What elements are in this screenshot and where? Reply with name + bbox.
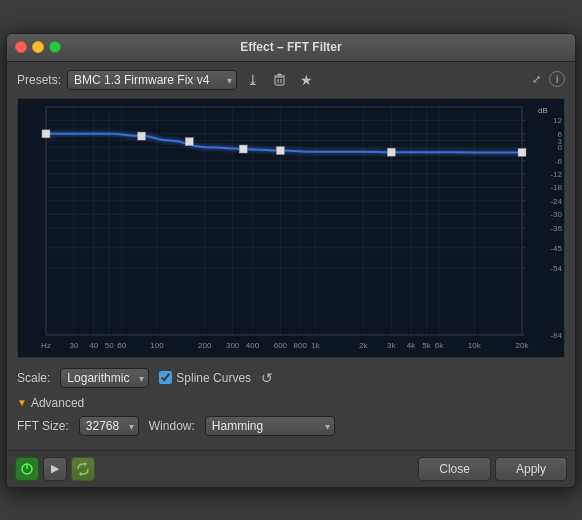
save-preset-button[interactable]: ⤓ bbox=[243, 70, 263, 90]
content-area: Presets: BMC 1.3 Firmware Fix v4 ⤓ ★ ⤢ bbox=[7, 62, 575, 450]
power-button[interactable] bbox=[15, 457, 39, 481]
fft-graph[interactable] bbox=[17, 98, 565, 358]
loop-icon bbox=[76, 462, 90, 476]
close-button[interactable]: Close bbox=[418, 457, 491, 481]
info-button[interactable]: i bbox=[549, 71, 565, 87]
spline-curves-label[interactable]: Spline Curves bbox=[159, 371, 251, 385]
maximize-traffic-light[interactable] bbox=[49, 41, 61, 53]
fft-canvas[interactable] bbox=[18, 99, 564, 357]
fft-size-select[interactable]: 512 1024 2048 4096 8192 16384 32768 bbox=[79, 416, 139, 436]
advanced-toggle[interactable]: ▼ Advanced bbox=[17, 396, 565, 410]
play-button[interactable]: ▶ bbox=[43, 457, 67, 481]
minimize-traffic-light[interactable] bbox=[32, 41, 44, 53]
power-icon bbox=[20, 462, 34, 476]
advanced-arrow-icon: ▼ bbox=[17, 397, 27, 408]
presets-row: Presets: BMC 1.3 Firmware Fix v4 ⤓ ★ ⤢ bbox=[17, 70, 565, 90]
advanced-label: Advanced bbox=[31, 396, 84, 410]
main-window: Effect – FFT Filter Presets: BMC 1.3 Fir… bbox=[6, 33, 576, 488]
preset-select[interactable]: BMC 1.3 Firmware Fix v4 bbox=[67, 70, 237, 90]
scale-select[interactable]: Logarithmic Linear bbox=[60, 368, 149, 388]
fft-size-select-wrapper: 512 1024 2048 4096 8192 16384 32768 bbox=[79, 416, 139, 436]
window-title: Effect – FFT Filter bbox=[240, 40, 341, 54]
close-traffic-light[interactable] bbox=[15, 41, 27, 53]
resize-button[interactable]: ⤢ bbox=[528, 71, 545, 88]
bottom-bar: ▶ Close Apply bbox=[7, 450, 575, 487]
corner-icons: ⤢ i bbox=[528, 71, 565, 88]
fft-size-label: FFT Size: bbox=[17, 419, 69, 433]
window-select-wrapper: Rectangular Triangular Hamming Hann Blac… bbox=[205, 416, 335, 436]
window-label: Window: bbox=[149, 419, 195, 433]
preset-select-wrapper: BMC 1.3 Firmware Fix v4 bbox=[67, 70, 237, 90]
window-select[interactable]: Rectangular Triangular Hamming Hann Blac… bbox=[205, 416, 335, 436]
favorite-preset-button[interactable]: ★ bbox=[296, 70, 317, 90]
trash-icon bbox=[273, 73, 286, 86]
loop-button[interactable] bbox=[71, 457, 95, 481]
reset-button[interactable]: ↺ bbox=[261, 370, 273, 386]
scale-row: Scale: Logarithmic Linear Spline Curves … bbox=[17, 366, 565, 390]
presets-label: Presets: bbox=[17, 73, 61, 87]
spline-curves-checkbox[interactable] bbox=[159, 371, 172, 384]
scale-select-wrapper: Logarithmic Linear bbox=[60, 368, 149, 388]
scale-label: Scale: bbox=[17, 371, 50, 385]
advanced-row: FFT Size: 512 1024 2048 4096 8192 16384 … bbox=[17, 416, 565, 436]
apply-button[interactable]: Apply bbox=[495, 457, 567, 481]
svg-rect-0 bbox=[275, 77, 284, 85]
title-bar: Effect – FFT Filter bbox=[7, 34, 575, 62]
traffic-lights bbox=[15, 41, 61, 53]
delete-preset-button[interactable] bbox=[269, 71, 290, 88]
